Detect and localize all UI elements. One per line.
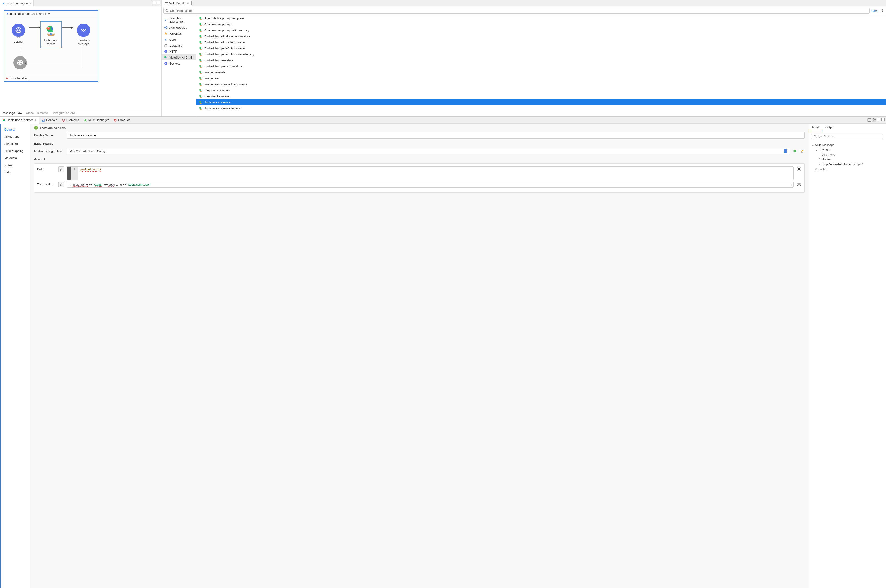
palette-operation-item[interactable]: Embedding add folder to store xyxy=(196,39,886,45)
minimize-button[interactable] xyxy=(877,118,880,121)
transform-node[interactable]: Transform Message xyxy=(73,21,94,48)
palette-operation-item[interactable]: Tools use ai service legacy xyxy=(196,105,886,111)
svg-point-30 xyxy=(200,30,200,30)
module-config-select[interactable]: MuleSoft_AI_Chain_Config ▲▼ xyxy=(67,148,790,154)
category-icon xyxy=(164,18,167,22)
clear-link[interactable]: Clear xyxy=(871,9,878,12)
palette-search-input[interactable] xyxy=(170,9,868,12)
error-handling-row[interactable]: ▶ Error handling xyxy=(4,75,98,81)
properties-sidebar-item[interactable]: General xyxy=(1,126,30,133)
palette-operation-item[interactable]: Chat answer prompt xyxy=(196,21,886,27)
tree-item[interactable]: ›HttpRequestAttributes : Object xyxy=(812,162,883,167)
palette-category-item[interactable]: MuleSoft AI Chain xyxy=(161,54,196,60)
svg-rect-73 xyxy=(42,119,45,121)
map-button[interactable] xyxy=(796,182,802,187)
palette-tab[interactable]: Mule Palette × xyxy=(162,0,191,6)
data-code-editor[interactable]: 1 payload.prompt xyxy=(67,166,794,180)
listener-node[interactable]: Listener xyxy=(8,21,29,46)
palette-operation-item[interactable]: Embedding get info from store xyxy=(196,45,886,51)
svg-line-13 xyxy=(167,11,168,12)
tab-config-xml[interactable]: Configuration XML xyxy=(51,111,77,115)
palette-operation-item[interactable]: Embedding get info from store legacy xyxy=(196,51,886,57)
palette-category-item[interactable]: Database xyxy=(161,42,196,48)
palette-operation-item[interactable]: Embedding add document to store xyxy=(196,33,886,39)
palette-operation-item[interactable]: Image read xyxy=(196,75,886,81)
tab-input[interactable]: Input xyxy=(809,124,822,131)
tree-item[interactable]: ⌄Mule Message xyxy=(812,142,883,147)
properties-sidebar-item[interactable]: Notes xyxy=(1,162,30,169)
close-icon[interactable]: × xyxy=(30,2,32,5)
tools-use-ai-node[interactable]: Tools use ai service xyxy=(41,21,62,48)
outline-filter-box[interactable] xyxy=(812,134,883,139)
map-button[interactable] xyxy=(796,166,802,171)
properties-sidebar-item[interactable]: Metadata xyxy=(1,154,30,162)
tab-output[interactable]: Output xyxy=(822,124,838,131)
tool-config-editor[interactable]: #[ mule.home ++ "/apps/" ++ app.name ++ … xyxy=(67,182,794,188)
transform-label: Transform Message xyxy=(75,39,92,46)
flow-header[interactable]: ▼ mac-salesforce-assistantFlow xyxy=(4,10,98,17)
close-icon[interactable]: × xyxy=(35,118,37,122)
display-name-label: Display Name: xyxy=(34,134,64,137)
tree-item[interactable]: Variables xyxy=(812,167,883,171)
properties-sidebar-item[interactable]: Advanced xyxy=(1,140,30,147)
basic-settings-title: Basic Settings xyxy=(34,142,805,145)
palette-operation-item[interactable]: Agent define prompt template xyxy=(196,15,886,21)
maximize-button[interactable] xyxy=(192,1,192,5)
edit-config-button[interactable] xyxy=(800,149,805,153)
flow-canvas[interactable]: ▼ mac-salesforce-assistantFlow Listener xyxy=(0,6,161,109)
palette-category-item[interactable]: //HTTP xyxy=(161,48,196,54)
palette-search-box[interactable] xyxy=(163,8,869,14)
minimize-button[interactable] xyxy=(152,1,156,4)
editor-tab[interactable]: mulechain-agent × xyxy=(0,0,34,6)
add-config-button[interactable] xyxy=(793,149,797,153)
svg-point-14 xyxy=(882,10,883,11)
tab-console[interactable]: Console xyxy=(39,117,60,124)
palette-operation-item[interactable]: Tools use ai service xyxy=(196,99,886,105)
flow-container[interactable]: ▼ mac-salesforce-assistantFlow Listener xyxy=(4,10,98,82)
tab-error-log[interactable]: Error Log xyxy=(111,117,133,124)
tree-item[interactable]: ⌄Payload xyxy=(812,147,883,152)
tree-item[interactable]: ⌄Attributes xyxy=(812,157,883,162)
outline-filter-input[interactable] xyxy=(818,135,881,138)
palette-category-item[interactable]: Sockets xyxy=(161,60,196,66)
close-icon[interactable]: × xyxy=(187,2,189,5)
display-name-input[interactable] xyxy=(67,132,805,139)
tab-mule-debugger[interactable]: Mule Debugger xyxy=(81,117,111,124)
maximize-button[interactable] xyxy=(881,118,884,121)
palette-operation-item[interactable]: Embedding new store xyxy=(196,57,886,63)
properties-sidebar-item[interactable]: Help xyxy=(1,169,30,176)
tab-message-flow[interactable]: Message Flow xyxy=(3,111,22,115)
palette-operation-item[interactable]: Embedding query from store xyxy=(196,63,886,69)
svg-point-36 xyxy=(200,42,200,42)
triangle-down-icon: ▼ xyxy=(6,12,9,15)
palette-operation-item[interactable]: Chat answer prompt with memory xyxy=(196,27,886,33)
tree-item[interactable]: Any : Any xyxy=(812,152,883,157)
gear-icon[interactable] xyxy=(880,9,884,13)
palette-category-item[interactable]: Add Modules xyxy=(161,24,196,30)
arrow-icon xyxy=(62,26,73,29)
maximize-button[interactable] xyxy=(156,1,160,4)
category-icon xyxy=(164,62,167,65)
tool-config-label: Tool config: xyxy=(37,182,56,186)
properties-tab[interactable]: Tools use ai service × xyxy=(0,117,39,124)
palette-category-item[interactable]: Core xyxy=(161,36,196,42)
palette-operation-item[interactable]: Rag load document xyxy=(196,87,886,93)
console-icon xyxy=(42,118,45,122)
fx-button[interactable]: fx xyxy=(59,182,65,187)
operation-icon xyxy=(199,70,203,74)
tab-global-elements[interactable]: Global Elements xyxy=(26,111,48,115)
svg-point-43 xyxy=(200,55,202,56)
properties-sidebar-item[interactable]: Error Mapping xyxy=(1,147,30,154)
palette-operation-item[interactable]: Image generate xyxy=(196,69,886,75)
error-handling-label: Error handling xyxy=(10,76,29,80)
module-config-value: MuleSoft_AI_Chain_Config xyxy=(69,149,106,153)
fx-button[interactable]: fx xyxy=(59,166,65,172)
save-icon[interactable] xyxy=(867,118,871,122)
tree-icon[interactable] xyxy=(872,118,876,122)
palette-category-item[interactable]: Favorites xyxy=(161,30,196,36)
palette-category-item[interactable]: Search in Exchange.. xyxy=(161,15,196,24)
palette-operation-item[interactable]: Sentiment analyze xyxy=(196,93,886,99)
properties-sidebar-item[interactable]: MIME Type xyxy=(1,133,30,140)
palette-operation-item[interactable]: Image read scanned documents xyxy=(196,81,886,87)
tab-problems[interactable]: ! Problems xyxy=(60,117,81,124)
